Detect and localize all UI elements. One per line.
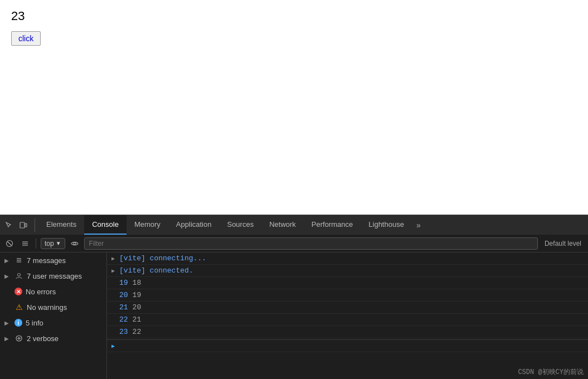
log-nums: 19 18	[119, 279, 141, 287]
expand-btn[interactable]: ▶	[111, 255, 119, 262]
verbose-label: 2 verbose	[27, 334, 102, 343]
expand-arrow-icon: ▶	[4, 273, 11, 279]
more-tabs-button[interactable]: »	[412, 215, 425, 235]
tab-lighthouse[interactable]: Lighthouse	[361, 215, 412, 235]
log-nums: 22 21	[119, 315, 141, 324]
info-icon: i	[14, 319, 22, 327]
log-text: [vite] connected.	[119, 266, 193, 275]
page-number: 23	[11, 9, 577, 23]
sidebar-item-errors[interactable]: ▶ ✕ No errors	[0, 284, 106, 299]
tab-network[interactable]: Network	[261, 215, 304, 235]
console-settings-icon[interactable]	[19, 237, 31, 250]
list-icon	[14, 256, 23, 265]
svg-line-3	[8, 241, 12, 245]
user-messages-label: 7 user messages	[27, 272, 102, 280]
console-toolbar: top ▼ Default level	[0, 235, 588, 252]
log-entry-vite-connected[interactable]: ▶ [vite] connected.	[107, 265, 588, 277]
sidebar-item-info[interactable]: ▶ i 5 info	[0, 315, 106, 331]
log-entry-nums-1[interactable]: ▶ 19 18	[107, 277, 588, 289]
svg-rect-1	[25, 223, 27, 227]
verbose-icon	[14, 334, 23, 343]
click-button[interactable]: click	[11, 31, 41, 46]
log-entry-nums-4[interactable]: ▶ 22 21	[107, 314, 588, 326]
log-entry-nums-2[interactable]: ▶ 20 19	[107, 289, 588, 302]
tab-sources[interactable]: Sources	[219, 215, 261, 235]
watermark: CSDN @初映CY的前说	[518, 367, 584, 377]
tab-application[interactable]: Application	[168, 215, 220, 235]
console-log: ▶ [vite] connecting... ▶ [vite] connecte…	[107, 252, 588, 379]
expand-arrow-icon: ▶	[4, 336, 11, 342]
inspect-element-icon[interactable]	[2, 218, 16, 232]
expand-btn[interactable]: ▶	[111, 268, 119, 274]
eye-icon[interactable]	[69, 237, 81, 250]
expand-arrow-icon: ▶	[4, 257, 11, 264]
log-text: [vite] connecting...	[119, 254, 206, 263]
prompt-icon: ▶	[111, 343, 119, 349]
device-toolbar-icon[interactable]	[17, 218, 30, 232]
errors-label: No errors	[26, 288, 102, 296]
tab-memory[interactable]: Memory	[127, 215, 168, 235]
log-entry-vite-connecting[interactable]: ▶ [vite] connecting...	[107, 252, 588, 265]
devtools-toolbar: Elements Console Memory Application Sour…	[0, 215, 588, 235]
tab-performance[interactable]: Performance	[304, 215, 361, 235]
console-input-row[interactable]: ▶	[107, 339, 588, 352]
num-gray: 19	[133, 291, 142, 299]
console-filter-input[interactable]	[84, 237, 538, 250]
console-body: ▶ 7 messages ▶	[0, 252, 588, 379]
num-blue: 21	[119, 303, 128, 312]
svg-point-11	[18, 274, 21, 276]
log-nums: 21 20	[119, 303, 141, 312]
sidebar-item-user-messages[interactable]: ▶ 7 user messages	[0, 268, 106, 284]
console-sidebar: ▶ 7 messages ▶	[0, 252, 107, 379]
log-nums: 20 19	[119, 291, 141, 299]
log-entry-nums-5[interactable]: ▶ 23 22	[107, 326, 588, 338]
num-blue: 20	[119, 291, 128, 299]
num-blue: 22	[119, 315, 128, 324]
expand-arrow-icon: ▶	[4, 320, 11, 326]
num-blue: 19	[119, 279, 128, 287]
log-entry-nums-3[interactable]: ▶ 21 20	[107, 302, 588, 314]
num-gray: 20	[133, 303, 142, 312]
error-icon: ✕	[14, 288, 22, 295]
console-cursor	[119, 342, 124, 350]
sidebar-item-all-messages[interactable]: ▶ 7 messages	[0, 252, 106, 268]
clear-console-icon[interactable]	[3, 237, 16, 250]
tab-elements[interactable]: Elements	[38, 215, 84, 235]
svg-point-7	[74, 242, 76, 245]
sidebar-item-warnings[interactable]: ▶ ⚠ No warnings	[0, 299, 106, 315]
log-nums: 23 22	[119, 328, 141, 336]
default-level-label: Default level	[541, 240, 585, 247]
all-messages-label: 7 messages	[27, 256, 102, 265]
devtools-tabs: Elements Console Memory Application Sour…	[38, 215, 425, 235]
warning-icon: ⚠	[14, 303, 23, 312]
info-label: 5 info	[26, 319, 102, 327]
num-blue: 23	[119, 328, 128, 336]
num-gray: 22	[133, 328, 142, 336]
toolbar-separator	[36, 239, 36, 249]
sidebar-item-verbose[interactable]: ▶ 2 verbose	[0, 331, 106, 346]
page-content: 23 click	[0, 0, 588, 217]
toolbar-icons	[2, 218, 35, 232]
num-gray: 18	[133, 279, 142, 287]
warnings-label: No warnings	[27, 303, 102, 312]
user-icon	[14, 271, 23, 280]
tab-console[interactable]: Console	[84, 215, 127, 235]
context-selector[interactable]: top ▼	[41, 238, 65, 249]
devtools-panel: Elements Console Memory Application Sour…	[0, 215, 588, 379]
num-gray: 21	[133, 315, 142, 324]
svg-rect-0	[20, 222, 25, 228]
